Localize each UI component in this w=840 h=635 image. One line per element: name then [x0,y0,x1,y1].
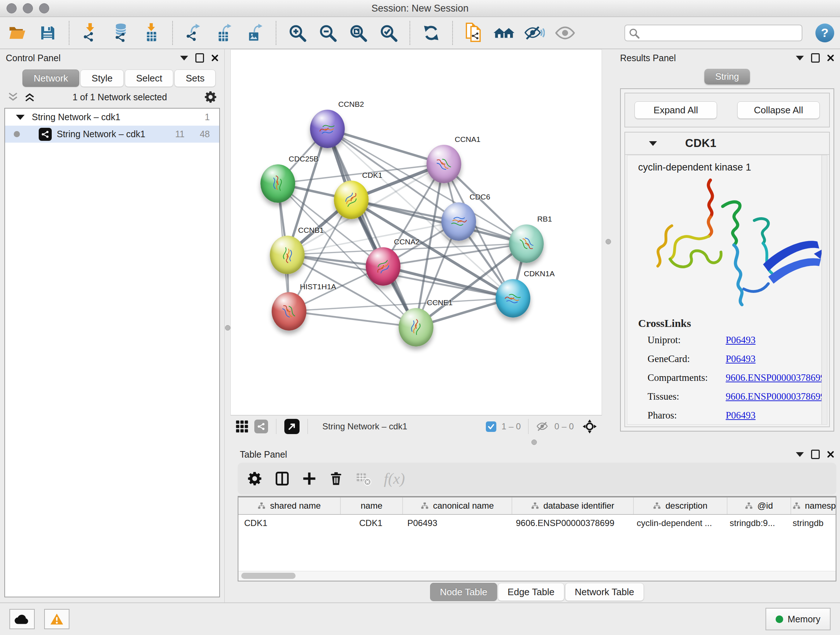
apply-layout-button[interactable] [420,21,443,44]
table-panel: Table Panel f(x) shared name [234,447,840,602]
scrollbar-thumb[interactable] [241,573,295,579]
network-node-ccnb2[interactable] [310,110,345,148]
network-node-hist1h1a[interactable] [272,292,306,331]
results-scrollbar[interactable] [821,155,827,424]
horizontal-splitter[interactable] [231,437,840,447]
grid-view-icon[interactable] [235,420,248,433]
crosslink-row: GeneCard:P06493 [647,353,827,364]
network-options-gear-icon[interactable] [204,90,217,103]
table-options-gear-icon[interactable] [247,471,262,486]
show-glass-ball-toggle[interactable] [554,21,576,44]
crosslink-link[interactable]: P06493 [726,410,756,421]
network-node-cdc25b[interactable] [261,165,295,203]
crosslink-link[interactable]: P06493 [726,353,756,364]
results-panel-maximize-icon[interactable] [811,53,820,63]
zoom-selected-button[interactable] [377,21,400,44]
network-node-cdc6[interactable] [441,203,476,241]
table-horizontal-scrollbar[interactable] [238,571,836,581]
tab-string[interactable]: String [704,69,750,84]
enhanced-labels-toggle[interactable] [523,21,546,44]
selected-checkbox[interactable] [486,421,496,432]
zoom-fit-button[interactable] [347,21,370,44]
import-network-database-button[interactable] [109,21,133,44]
results-panel-float-icon[interactable] [796,56,804,60]
crosslink-row: Tissues:9606.ENSP00000378699 [647,391,827,402]
table-cell: stringdb:9... [724,518,787,528]
column-header-description[interactable]: description [634,497,728,514]
hidden-eye-slash-icon[interactable] [536,421,549,432]
network-collection-row[interactable]: String Network – cdk1 1 [5,109,219,126]
import-table-button[interactable] [140,21,163,44]
table-panel-maximize-icon[interactable] [811,450,820,459]
network-node-ccna1[interactable] [426,145,461,183]
disclosure-triangle-icon[interactable] [649,141,657,146]
column-header-namespace[interactable]: namespace [791,497,836,514]
expand-all-button[interactable]: Expand All [635,101,717,119]
table-panel-float-icon[interactable] [796,452,804,457]
splitter-knob[interactable] [225,325,231,331]
column-header-database-identifier[interactable]: database identifier [512,497,634,514]
left-splitter[interactable] [225,49,231,602]
tab-select[interactable]: Select [125,70,173,87]
collapse-all-networks-icon[interactable] [7,92,19,102]
warnings-button[interactable] [44,609,69,629]
tab-network-table[interactable]: Network Table [565,583,644,601]
birdseye-view-button[interactable] [284,419,300,434]
control-panel-close-icon[interactable] [211,54,218,62]
results-panel-close-icon[interactable] [827,54,834,62]
splitter-knob[interactable] [531,440,537,445]
splitter-knob[interactable] [606,239,611,244]
network-node-ccne1[interactable] [399,308,433,347]
zoom-in-button[interactable] [286,21,309,44]
center-view-crosshair-icon[interactable] [583,419,597,434]
crosslink-link[interactable]: 9606.ENSP00000378699 [726,391,825,402]
column-header-shared-name[interactable]: shared name [238,497,341,514]
open-session-button[interactable] [6,21,29,44]
crosslink-link[interactable]: 9606.ENSP00000378699 [726,372,825,383]
help-button[interactable]: ? [815,24,834,42]
protein-section-header[interactable]: CDK1 [625,133,829,155]
table-toolbar: f(x) [238,463,836,494]
tab-style[interactable]: Style [80,70,124,87]
protein-section: CDK1 cyclin-dependent kinase 1 [624,132,830,427]
tab-sets[interactable]: Sets [174,70,216,87]
collapse-all-button[interactable]: Collapse All [737,101,820,119]
zoom-out-button[interactable] [316,21,339,44]
network-node-cdkn1a[interactable] [496,279,531,318]
save-session-button[interactable] [36,21,59,44]
network-node-rb1[interactable] [509,225,544,263]
search-input[interactable] [624,25,802,41]
tab-edge-table[interactable]: Edge Table [498,583,564,601]
import-network-file-button[interactable] [79,21,102,44]
add-column-icon[interactable] [302,471,317,486]
network-node-ccna2[interactable] [366,247,401,286]
cloud-status-button[interactable] [9,609,35,629]
export-network-button[interactable] [182,21,205,44]
network-canvas[interactable]: CCNB2CCNA1CDC25BCDK1CDC6RB1CCNB1CCNA2CDK… [231,49,602,415]
memory-button[interactable]: Memory [766,608,831,630]
export-image-button[interactable] [243,21,266,44]
cloud-icon [14,613,30,625]
string-import-button[interactable] [462,21,485,44]
expand-all-networks-icon[interactable] [24,92,35,102]
tab-network[interactable]: Network [22,70,79,87]
tab-node-table[interactable]: Node Table [430,583,497,601]
column-header-name[interactable]: name [341,497,403,514]
disclosure-triangle-icon[interactable] [16,115,25,120]
string-home-button[interactable] [493,21,516,44]
network-node-ccnb1[interactable] [270,236,305,274]
crosslink-link[interactable]: P06493 [726,334,756,346]
network-overview-toggle[interactable] [254,420,268,433]
right-splitter[interactable] [602,49,614,437]
column-header--id[interactable]: @id [728,497,791,514]
table-row[interactable]: CDK1CDK1P064939606.ENSP00000378699cyclin… [238,515,836,532]
table-panel-close-icon[interactable] [827,451,834,458]
column-header-canonical-name[interactable]: canonical name [403,497,512,514]
export-table-button[interactable] [213,21,236,44]
control-panel-maximize-icon[interactable] [195,53,204,63]
network-row[interactable]: String Network – cdk1 11 48 [5,126,219,143]
show-columns-icon[interactable] [275,471,290,486]
control-panel-float-icon[interactable] [180,56,188,60]
network-node-cdk1[interactable] [334,181,369,219]
delete-column-trash-icon[interactable] [329,471,343,486]
